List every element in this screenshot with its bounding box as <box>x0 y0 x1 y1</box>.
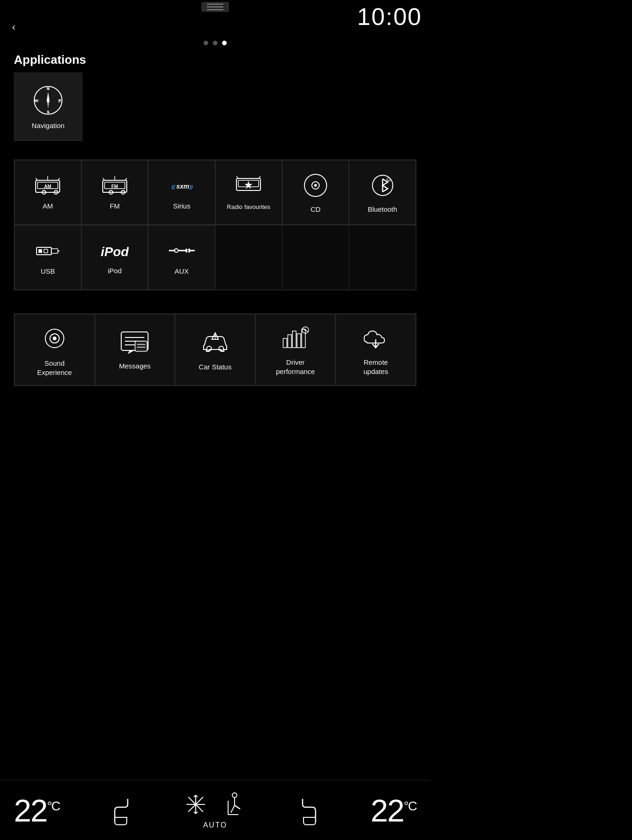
bluetooth-label: Bluetooth <box>368 205 397 214</box>
ipod-button[interactable]: iPod iPod <box>81 225 149 290</box>
svg-rect-77 <box>288 335 291 348</box>
svg-text:iPod: iPod <box>101 245 129 259</box>
svg-text:W: W <box>35 98 39 103</box>
svg-rect-80 <box>302 329 305 348</box>
driver-performance-button[interactable]: Driverperformance <box>255 314 336 386</box>
empty-3 <box>349 225 416 290</box>
messages-button[interactable]: Messages <box>95 314 175 386</box>
bluetooth-button[interactable]: R Bluetooth <box>349 160 416 225</box>
page-dot-1[interactable] <box>204 41 208 45</box>
car-status-label: Car Status <box>199 362 232 372</box>
cd-label: CD <box>310 205 321 214</box>
menu-handle <box>201 2 229 12</box>
media-grid-row1: AM AM FM FM <box>14 159 416 225</box>
usb-label: USB <box>41 267 55 276</box>
sirius-button[interactable]: (( sxm )) Sirius <box>148 160 215 225</box>
sirius-icon: (( sxm )) <box>168 176 196 195</box>
aux-button[interactable]: AUX <box>148 225 215 290</box>
back-button[interactable]: ‹ <box>8 18 19 37</box>
usb-icon <box>34 241 62 260</box>
svg-text:((: (( <box>172 184 176 190</box>
messages-label: Messages <box>119 362 150 371</box>
aux-label: AUX <box>174 267 189 276</box>
svg-point-75 <box>215 338 216 339</box>
app-grid: N S W E Navigation <box>0 73 430 141</box>
fm-icon: FM <box>101 176 129 195</box>
radio-fav-label: Radio favourites <box>227 203 270 211</box>
remote-updates-button[interactable]: Remoteupdates <box>335 314 416 386</box>
svg-rect-78 <box>292 331 296 348</box>
ipod-label: iPod <box>108 266 122 276</box>
clock-display: 10:00 <box>357 5 422 29</box>
driver-perf-label: Driverperformance <box>276 358 315 376</box>
svg-point-43 <box>314 184 317 187</box>
bottom-spacer <box>0 386 430 455</box>
svg-rect-68 <box>135 341 147 351</box>
cd-button[interactable]: CD <box>282 160 349 225</box>
svg-marker-67 <box>128 350 134 354</box>
ipod-icon: iPod <box>101 241 129 260</box>
sound-experience-button[interactable]: SoundExperience <box>14 314 95 386</box>
svg-text:FM: FM <box>112 184 118 189</box>
svg-text:)): )) <box>189 184 193 190</box>
empty-2 <box>282 225 349 290</box>
am-button[interactable]: AM AM <box>14 160 81 225</box>
cd-icon <box>303 172 328 198</box>
aux-icon <box>168 241 196 260</box>
feature-section: SoundExperience Messages <box>0 313 430 386</box>
feature-grid: SoundExperience Messages <box>14 313 416 386</box>
svg-rect-49 <box>51 249 58 253</box>
radio-favourites-button[interactable]: Radio favourites <box>215 160 282 225</box>
fm-label: FM <box>110 202 120 211</box>
sirius-label: Sirius <box>173 202 191 211</box>
remote-icon <box>361 325 390 351</box>
svg-rect-51 <box>44 249 48 253</box>
applications-title: Applications <box>0 45 430 73</box>
fm-button[interactable]: FM FM <box>81 160 149 225</box>
svg-text:AM: AM <box>44 184 52 189</box>
svg-marker-40 <box>245 181 252 189</box>
svg-rect-58 <box>188 249 190 252</box>
page-indicator <box>0 41 430 45</box>
usb-button[interactable]: USB <box>14 225 81 290</box>
page-dot-2[interactable] <box>213 41 217 45</box>
compass-icon: N S W E <box>31 84 65 117</box>
svg-point-62 <box>53 337 56 340</box>
driver-perf-icon <box>281 325 310 351</box>
remote-updates-label: Remoteupdates <box>364 358 388 376</box>
car-status-button[interactable]: Car Status <box>175 314 255 386</box>
svg-rect-50 <box>38 249 42 253</box>
svg-text:sxm: sxm <box>176 183 189 190</box>
navigation-label: Navigation <box>32 122 65 130</box>
navigation-app[interactable]: N S W E Navigation <box>14 73 82 141</box>
am-label: AM <box>43 202 53 211</box>
radio-fav-icon <box>235 176 262 197</box>
svg-text:R: R <box>388 178 390 181</box>
sound-icon <box>41 325 68 352</box>
sound-experience-label: SoundExperience <box>37 359 72 377</box>
car-status-icon <box>201 330 229 356</box>
am-icon: AM <box>34 176 62 195</box>
svg-rect-57 <box>186 249 187 252</box>
media-section: AM AM FM FM <box>0 159 430 290</box>
page-dot-3[interactable] <box>222 41 227 45</box>
svg-point-7 <box>47 99 50 102</box>
svg-rect-76 <box>283 338 287 348</box>
messages-icon <box>120 331 149 355</box>
empty-1 <box>215 225 282 290</box>
svg-rect-79 <box>297 334 301 348</box>
top-bar: ‹ 10:00 <box>0 0 430 37</box>
svg-text:E: E <box>58 98 61 103</box>
bluetooth-icon: R <box>371 172 394 198</box>
media-grid-row2: USB iPod iPod AUX <box>14 225 416 290</box>
